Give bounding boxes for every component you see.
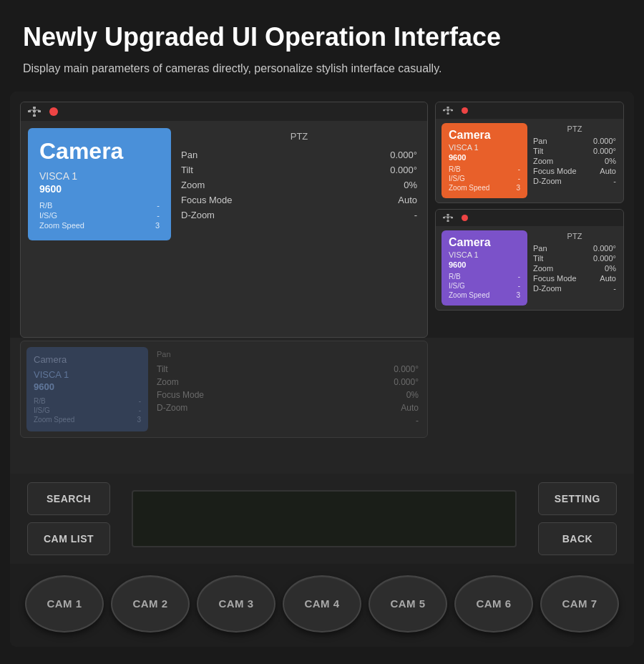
isg-row: I/S/G - — [39, 210, 160, 220]
camera-info-purple: Camera VISCA 1 9600 R/B - I/S/G - Zoom S… — [441, 230, 527, 306]
search-button[interactable]: SEARCH — [27, 482, 110, 515]
tilt-l-p: Tilt — [533, 254, 543, 263]
dzoom-v-p: - — [613, 284, 616, 293]
focus-v-p: Auto — [600, 274, 616, 283]
panel-header-orange — [436, 102, 623, 119]
isg-v-partial: - — [139, 406, 141, 414]
cam5-label: CaM 5 — [390, 597, 425, 610]
network-icon-purple — [443, 214, 453, 222]
dzoom-row-o: D-Zoom - — [533, 176, 616, 186]
svg-rect-22 — [447, 220, 449, 221]
pan-label: Pan — [181, 150, 197, 160]
camlist-button[interactable]: CAM LIST — [27, 522, 110, 555]
isg-label-o: I/S/G — [449, 175, 465, 182]
cam3-label: CAM 3 — [218, 597, 253, 610]
panel-header-purple — [436, 210, 623, 226]
rb-value: - — [157, 201, 160, 210]
cam-visca-orange: VISCA 1 — [449, 143, 520, 152]
tilt-row: Tilt 0.000° — [181, 162, 417, 177]
ptz-orange: PTZ Pan 0.000° Tilt 0.000° Zoom 0% — [532, 123, 618, 198]
back-button[interactable]: BACK — [538, 522, 617, 555]
cam-button-5[interactable]: CaM 5 — [369, 575, 447, 633]
dzoom-l-o: D-Zoom — [533, 177, 562, 185]
camera-panel-orange: Camera VISCA 1 9600 R/B - I/S/G - Zoom S… — [435, 102, 624, 203]
focus-label: Focus Mode — [181, 195, 233, 205]
pan-row-o: Pan 0.000° — [533, 136, 616, 146]
zoomspeed-row: Zoom Speed 3 — [39, 220, 160, 230]
page-title: Newly Upgraded UI Operation Interface — [23, 23, 621, 52]
zs-row-orange: Zoom Speed 3 — [449, 183, 520, 192]
record-icon-orange — [462, 107, 468, 114]
rb-partial: R/B - — [34, 396, 141, 406]
cam-button-6[interactable]: CaM 6 — [454, 575, 533, 633]
cam-button-4[interactable]: CAM 4 — [283, 575, 361, 633]
cam-button-3[interactable]: CAM 3 — [197, 575, 275, 633]
header-section: Newly Upgraded UI Operation Interface Di… — [0, 0, 644, 92]
focus-l-p: Focus Mode — [533, 274, 577, 283]
isg-row-orange: I/S/G - — [449, 174, 520, 183]
tilt-v-partial: 0.000° — [394, 377, 419, 387]
panel-header-left — [21, 102, 427, 121]
tilt-v-p: 0.000° — [593, 254, 616, 263]
svg-rect-18 — [447, 214, 449, 215]
ptz-title-o: PTZ — [533, 125, 616, 133]
focus-row-p: Focus Mode Auto — [533, 273, 616, 283]
rb-row-orange: R/B - — [449, 165, 520, 174]
zoom-row-o: Zoom 0% — [533, 156, 616, 166]
network-icon — [28, 107, 41, 117]
dzoom-partial: - — [157, 414, 419, 427]
cam7-label: CAM 7 — [562, 597, 597, 610]
rb-label-p: R/B — [449, 273, 461, 280]
zoom-v-partial: 0% — [406, 390, 419, 400]
ptz-purple: PTZ Pan 0.000° Tilt 0.000° Zoom 0% — [532, 230, 618, 306]
pan-l-partial: Tilt — [157, 364, 168, 374]
ptz-title-p: PTZ — [533, 232, 616, 240]
svg-rect-4 — [33, 114, 36, 117]
right-panels: Camera VISCA 1 9600 R/B - I/S/G - Zoom S… — [435, 102, 624, 338]
zs-l-partial: Zoom Speed — [34, 416, 74, 424]
cam-button-2[interactable]: CAM 2 — [111, 575, 190, 633]
cam6-label: CaM 6 — [476, 597, 511, 610]
cam-button-7[interactable]: CAM 7 — [540, 575, 619, 633]
camera-visca: VISCA 1 — [39, 170, 160, 182]
rb-val-p: - — [518, 273, 520, 280]
dzoom-l-p: D-Zoom — [533, 284, 562, 293]
partial-cam-card: Camera VISCA 1 9600 R/B - I/S/G - Zoom S… — [26, 347, 148, 431]
dzoom-row-p: D-Zoom - — [533, 283, 616, 293]
partial-bottom-panels: Camera VISCA 1 9600 R/B - I/S/G - Zoom S… — [10, 338, 634, 474]
tilt-l-partial: Zoom — [157, 377, 179, 387]
cam-name-orange: Camera — [449, 129, 520, 142]
pan-partial: Tilt 0.000° — [157, 363, 419, 376]
panel-body-left: Camera VISCA 1 9600 R/B - I/S/G - Zoom S… — [21, 121, 427, 248]
zoom-value: 0% — [404, 180, 417, 190]
isg-value: - — [157, 211, 160, 220]
dzoom-v-o: - — [613, 177, 616, 185]
partial-visca: VISCA 1 — [34, 369, 141, 380]
focus-row: Focus Mode Auto — [181, 192, 417, 208]
zoomspeed-value: 3 — [155, 221, 160, 230]
zs-partial: Zoom Speed 3 — [34, 415, 141, 424]
focus-v-partial: Auto — [401, 403, 419, 413]
isg-partial: I/S/G - — [34, 406, 141, 415]
isg-label: I/S/G — [39, 211, 57, 220]
cam1-label: CAM 1 — [47, 597, 82, 610]
setting-button[interactable]: SETTING — [538, 482, 617, 515]
focus-l-o: Focus Mode — [533, 167, 577, 175]
isg-val-p: - — [518, 282, 520, 290]
cam-buttons-section: CAM 1 CAM 2 CAM 3 CAM 4 CaM 5 CaM 6 CAM … — [10, 564, 634, 647]
ptz-panel-left: PTZ Pan 0.000° Tilt 0.000° Zoom 0% Focu — [178, 128, 420, 240]
network-icon-orange — [443, 107, 453, 114]
record-icon — [49, 107, 58, 116]
center-screen — [132, 490, 517, 547]
rb-row: R/B - — [39, 200, 160, 210]
cam-name-purple: Camera — [449, 236, 520, 249]
pan-l-p: Pan — [533, 244, 547, 253]
zoom-l-partial: Focus Mode — [157, 390, 204, 400]
svg-rect-9 — [447, 107, 449, 108]
rb-v-partial: - — [139, 397, 141, 405]
rb-row-p: R/B - — [449, 272, 520, 281]
pan-row-p: Pan 0.000° — [533, 243, 616, 253]
cam-button-1[interactable]: CAM 1 — [25, 575, 104, 633]
tilt-row-o: Tilt 0.000° — [533, 146, 616, 156]
ptz-title: PTZ — [181, 131, 417, 142]
